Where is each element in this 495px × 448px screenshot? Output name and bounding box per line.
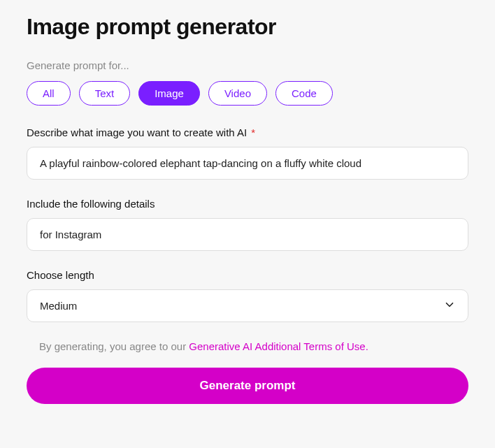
required-mark: * [251,127,255,138]
tab-text[interactable]: Text [79,81,131,106]
tab-image[interactable]: Image [138,81,200,106]
details-field-block: Include the following details [27,198,468,251]
terms-text: By generating, you agree to our Generati… [39,340,468,352]
length-label: Choose length [27,269,468,281]
describe-label-text: Describe what image you want to create w… [27,127,247,138]
tab-video[interactable]: Video [208,81,267,106]
describe-field-block: Describe what image you want to create w… [27,127,468,180]
details-label: Include the following details [27,198,468,210]
describe-label: Describe what image you want to create w… [27,127,468,138]
terms-link[interactable]: Generative AI Additional Terms of Use. [189,340,368,352]
length-selected-value: Medium [27,289,468,322]
tab-all[interactable]: All [27,81,71,106]
generate-for-label: Generate prompt for... [27,59,468,71]
page-title: Image prompt generator [27,14,468,40]
type-tabs: All Text Image Video Code [27,81,468,106]
generate-button[interactable]: Generate prompt [27,368,468,404]
terms-prefix: By generating, you agree to our [39,340,189,352]
describe-input[interactable] [27,147,468,180]
length-select[interactable]: Medium [27,289,468,322]
tab-code[interactable]: Code [275,81,333,106]
details-input[interactable] [27,218,468,251]
length-field-block: Choose length Medium [27,269,468,322]
